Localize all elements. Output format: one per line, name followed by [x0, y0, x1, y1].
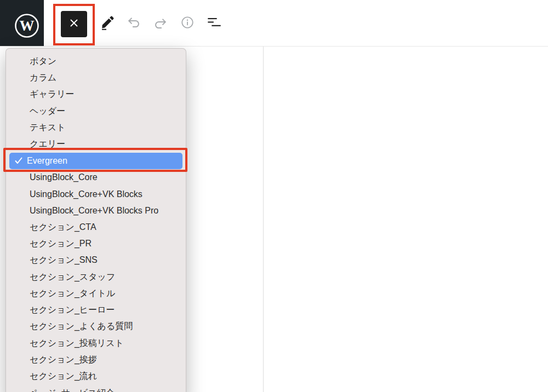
dropdown-item-label: UsingBlock_Core+VK Blocks	[30, 189, 142, 199]
dropdown-item-label: セクション_SNS	[30, 255, 98, 266]
dropdown-item[interactable]: ページ_サービス紹介	[6, 385, 186, 392]
dropdown-item[interactable]: ボタン	[6, 53, 186, 70]
dropdown-item-label: セクション_投稿リスト	[30, 338, 124, 349]
editor-canvas	[264, 46, 548, 392]
dropdown-item[interactable]: テキスト	[6, 119, 186, 136]
dropdown-item-list: ボタンカラムギャラリーヘッダーテキストクエリーEvergreenUsingBlo…	[6, 53, 186, 392]
info-icon	[180, 15, 195, 32]
list-view-icon	[207, 16, 222, 31]
dropdown-item[interactable]: セクション_SNS	[6, 252, 186, 269]
dropdown-item-label: セクション_よくある質問	[30, 321, 133, 332]
dropdown-item-label: ボタン	[30, 56, 56, 67]
dropdown-item-label: カラム	[30, 72, 56, 84]
dropdown-item-label: セクション_挨拶	[30, 354, 97, 366]
pattern-category-dropdown: ボタンカラムギャラリーヘッダーテキストクエリーEvergreenUsingBlo…	[5, 48, 186, 392]
dropdown-item-label: ヘッダー	[30, 106, 65, 117]
dropdown-item-label: セクション_流れ	[30, 371, 97, 382]
dropdown-item[interactable]: カラム	[6, 70, 186, 86]
pencil-icon	[99, 14, 116, 33]
dropdown-item[interactable]: セクション_投稿リスト	[6, 335, 186, 351]
undo-icon	[125, 15, 142, 32]
dropdown-item[interactable]: セクション_ヒーロー	[6, 302, 186, 318]
dropdown-item[interactable]: セクション_タイトル	[6, 285, 186, 302]
dropdown-item[interactable]: セクション_CTA	[6, 219, 186, 235]
redo-button[interactable]	[152, 15, 169, 32]
dropdown-item-label: テキスト	[30, 122, 66, 134]
dropdown-item[interactable]: ギャラリー	[6, 87, 186, 103]
dropdown-item[interactable]: セクション_よくある質問	[6, 319, 186, 335]
dropdown-item-label: セクション_CTA	[30, 222, 96, 233]
svg-text:W: W	[20, 18, 35, 34]
dropdown-item-label: セクション_ヒーロー	[30, 304, 115, 316]
annotation-box-evergreen	[3, 148, 187, 172]
dropdown-item-label: ページ_サービス紹介	[30, 388, 115, 392]
undo-button[interactable]	[125, 15, 142, 32]
wordpress-admin-button[interactable]: W	[0, 0, 44, 46]
dropdown-item-label: セクション_スタッフ	[30, 272, 115, 283]
dropdown-item[interactable]: セクション_スタッフ	[6, 269, 186, 285]
redo-icon	[152, 16, 169, 31]
details-button[interactable]	[180, 16, 195, 31]
dropdown-item-label: セクション_タイトル	[30, 288, 115, 299]
dropdown-item[interactable]: セクション_PR	[6, 235, 186, 252]
dropdown-item[interactable]: セクション_流れ	[6, 368, 186, 385]
dropdown-item-label: UsingBlock_Core+VK Blocks Pro	[30, 206, 158, 216]
dropdown-item[interactable]: ヘッダー	[6, 103, 186, 119]
dropdown-item[interactable]: セクション_挨拶	[6, 351, 186, 368]
wordpress-logo-icon: W	[14, 13, 39, 38]
dropdown-item-label: セクション_PR	[30, 238, 92, 250]
annotation-box-inserter-toggle	[53, 4, 95, 45]
edit-tool-button[interactable]	[98, 14, 117, 33]
dropdown-item[interactable]: UsingBlock_Core+VK Blocks	[6, 186, 186, 202]
dropdown-item-label: ギャラリー	[30, 89, 75, 100]
dropdown-item[interactable]: UsingBlock_Core+VK Blocks Pro	[6, 203, 186, 219]
dropdown-item-label: UsingBlock_Core	[30, 172, 98, 182]
list-view-button[interactable]	[206, 16, 222, 31]
